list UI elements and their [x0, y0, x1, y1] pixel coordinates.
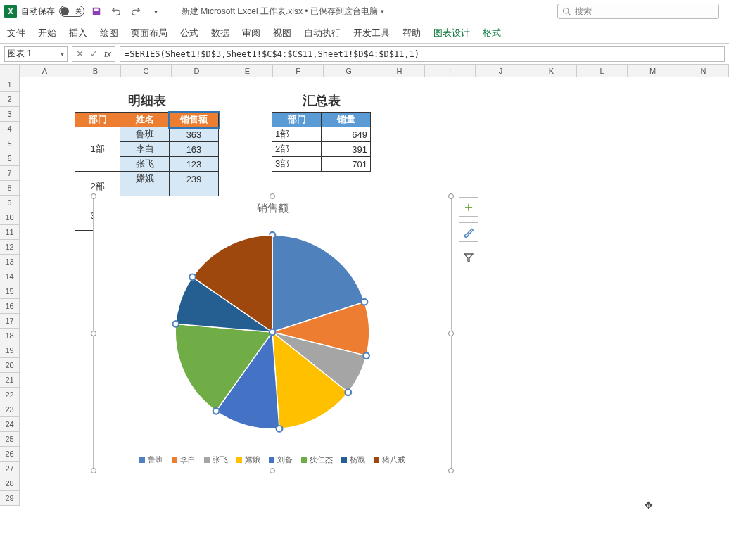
- col-header-F[interactable]: F: [273, 65, 324, 77]
- col-header-M[interactable]: M: [628, 65, 678, 77]
- col-header-C[interactable]: C: [121, 65, 172, 77]
- row-header-8[interactable]: 8: [0, 181, 20, 196]
- fx-icon[interactable]: fx: [101, 47, 115, 61]
- row-header-15[interactable]: 15: [0, 284, 20, 299]
- tab-视图[interactable]: 视图: [273, 27, 291, 39]
- row-header-16[interactable]: 16: [0, 299, 20, 314]
- tab-文件[interactable]: 文件: [7, 27, 25, 39]
- chart-styles-button[interactable]: [459, 222, 478, 242]
- row-header-17[interactable]: 17: [0, 314, 20, 329]
- chart-legend[interactable]: 鲁班李白张飞嫦娥刘备狄仁杰杨戬猪八戒: [94, 454, 451, 465]
- chart-filters-button[interactable]: [459, 248, 478, 267]
- col-header-K[interactable]: K: [526, 65, 577, 77]
- col-header-A[interactable]: A: [20, 65, 70, 77]
- pie-plot-area[interactable]: [170, 230, 374, 434]
- row-header-23[interactable]: 23: [0, 402, 20, 417]
- detail-header-dept: 部门: [75, 113, 120, 127]
- row-header-21[interactable]: 21: [0, 373, 20, 388]
- chart-side-buttons: ＋: [459, 197, 478, 267]
- chart-object[interactable]: 销售额 鲁班李白张飞嫦娥刘备狄仁杰杨戬猪八戒: [93, 196, 452, 471]
- funnel-icon: [463, 252, 474, 263]
- tab-图表设计[interactable]: 图表设计: [433, 27, 470, 39]
- col-header-N[interactable]: N: [678, 65, 729, 77]
- autosave-toggle[interactable]: 关: [59, 6, 84, 17]
- col-header-G[interactable]: G: [324, 65, 374, 77]
- row-header-20[interactable]: 20: [0, 358, 20, 373]
- row-header-12[interactable]: 12: [0, 240, 20, 255]
- col-header-L[interactable]: L: [577, 65, 628, 77]
- search-box[interactable]: 搜索: [557, 4, 719, 19]
- legend-item-狄仁杰[interactable]: 狄仁杰: [301, 454, 333, 465]
- tab-页面布局[interactable]: 页面布局: [131, 27, 167, 39]
- chart-elements-button[interactable]: ＋: [459, 197, 478, 217]
- row-header-9[interactable]: 9: [0, 196, 20, 210]
- undo-button[interactable]: [108, 4, 124, 19]
- tab-公式[interactable]: 公式: [180, 27, 198, 39]
- row-header-27[interactable]: 27: [0, 462, 20, 476]
- row-header-2[interactable]: 2: [0, 92, 20, 107]
- tab-数据[interactable]: 数据: [211, 27, 229, 39]
- row-header-6[interactable]: 6: [0, 151, 20, 166]
- chart-title[interactable]: 销售额: [94, 202, 451, 215]
- tab-开发工具[interactable]: 开发工具: [353, 27, 390, 39]
- row-header-22[interactable]: 22: [0, 388, 20, 402]
- row-header-5[interactable]: 5: [0, 136, 20, 151]
- name-box[interactable]: 图表 1▾: [4, 46, 68, 62]
- cancel-formula-icon[interactable]: ✕: [72, 47, 87, 61]
- col-header-B[interactable]: B: [70, 65, 121, 77]
- svg-line-1: [568, 13, 570, 15]
- tab-格式[interactable]: 格式: [483, 27, 501, 39]
- legend-item-嫦娥[interactable]: 嫦娥: [236, 454, 260, 465]
- row-header-10[interactable]: 10: [0, 210, 20, 225]
- titlebar: X 自动保存 关 ▾ 新建 Microsoft Excel 工作表.xlsx •…: [0, 0, 729, 23]
- legend-item-刘备[interactable]: 刘备: [269, 454, 293, 465]
- table-row: 2部391: [272, 142, 371, 157]
- row-header-3[interactable]: 3: [0, 107, 20, 122]
- tab-审阅[interactable]: 审阅: [242, 27, 260, 39]
- tab-绘图[interactable]: 绘图: [100, 27, 118, 39]
- col-header-J[interactable]: J: [476, 65, 526, 77]
- row-headers: 1234567891011121314151617181920212223242…: [0, 77, 20, 506]
- col-header-D[interactable]: D: [172, 65, 222, 77]
- formula-input[interactable]: =SERIES(Sheet1!$D$3,Sheet1!$C$4:$C$11,Sh…: [120, 46, 725, 62]
- legend-item-张飞[interactable]: 张飞: [204, 454, 228, 465]
- redo-button[interactable]: [128, 4, 144, 19]
- legend-item-鲁班[interactable]: 鲁班: [139, 454, 163, 465]
- svg-point-7: [213, 408, 220, 414]
- row-header-1[interactable]: 1: [0, 77, 20, 92]
- col-header-E[interactable]: E: [222, 65, 273, 77]
- row-header-24[interactable]: 24: [0, 417, 20, 432]
- legend-item-杨戬[interactable]: 杨戬: [341, 454, 365, 465]
- legend-item-李白[interactable]: 李白: [172, 454, 196, 465]
- row-header-13[interactable]: 13: [0, 255, 20, 269]
- row-header-26[interactable]: 26: [0, 447, 20, 462]
- detail-header-sales: 销售额: [170, 113, 219, 127]
- col-header-I[interactable]: I: [425, 65, 476, 77]
- search-icon: [562, 7, 571, 15]
- tab-帮助[interactable]: 帮助: [402, 27, 421, 39]
- column-headers: ABCDEFGHIJKLMN: [0, 65, 729, 77]
- row-header-4[interactable]: 4: [0, 122, 20, 136]
- legend-item-猪八戒[interactable]: 猪八戒: [374, 454, 405, 465]
- row-header-18[interactable]: 18: [0, 329, 20, 343]
- tab-插入[interactable]: 插入: [69, 27, 87, 39]
- detail-header-name: 姓名: [120, 113, 170, 127]
- row-header-29[interactable]: 29: [0, 491, 20, 506]
- tab-自动执行[interactable]: 自动执行: [304, 27, 341, 39]
- tab-开始[interactable]: 开始: [38, 27, 56, 39]
- row-header-28[interactable]: 28: [0, 476, 20, 491]
- summary-table: 汇总表 部门 销量 1部649 2部391 3部701: [272, 92, 371, 172]
- row-header-14[interactable]: 14: [0, 269, 20, 284]
- row-header-7[interactable]: 7: [0, 166, 20, 181]
- table-row: 1部 鲁班 363: [75, 127, 219, 142]
- row-header-19[interactable]: 19: [0, 343, 20, 358]
- select-all-corner[interactable]: [0, 65, 20, 77]
- qat-customize-icon[interactable]: ▾: [148, 4, 163, 19]
- cells-area[interactable]: 明细表 部门 姓名 销售额 1部 鲁班 363 李白 163 张飞: [20, 77, 729, 560]
- row-header-11[interactable]: 11: [0, 225, 20, 240]
- accept-formula-icon[interactable]: ✓: [87, 47, 101, 61]
- brush-icon: [462, 226, 475, 238]
- col-header-H[interactable]: H: [374, 65, 425, 77]
- row-header-25[interactable]: 25: [0, 432, 20, 447]
- save-button[interactable]: [89, 4, 104, 19]
